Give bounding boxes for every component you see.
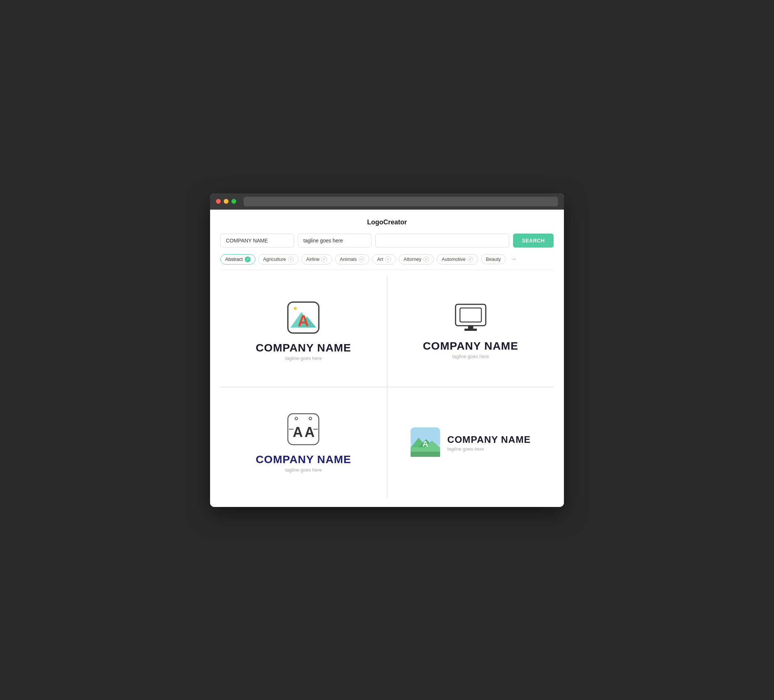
- logo1-tagline: tagline goes here: [285, 355, 322, 361]
- animals-label: Animals: [340, 256, 357, 262]
- agriculture-check-icon: ✓: [288, 256, 294, 262]
- logo2-tagline: tagline goes here: [452, 354, 489, 359]
- logo3-company-name: COMPANY NAME: [256, 453, 351, 466]
- close-button[interactable]: [216, 199, 221, 204]
- automotive-label: Automotive: [442, 256, 465, 262]
- svg-text:A: A: [293, 424, 303, 440]
- app-content: LogoCreator SEARCH Abstract ✓ Agricultur…: [210, 210, 564, 507]
- beauty-label: Beauty: [486, 256, 501, 262]
- abstract-check-icon: ✓: [245, 256, 251, 262]
- category-agriculture[interactable]: Agriculture ✓: [258, 254, 299, 264]
- browser-titlebar: [210, 193, 564, 210]
- logo3-tagline: tagline goes here: [285, 467, 322, 473]
- logo-card-4[interactable]: A COMPANY NAME tagline goes here: [388, 388, 554, 498]
- svg-text:A: A: [305, 424, 315, 440]
- svg-text:A: A: [422, 439, 428, 448]
- agriculture-label: Agriculture: [263, 256, 286, 262]
- logo-card-1[interactable]: A COMPANY NAME tagline goes here: [220, 276, 387, 386]
- maximize-button[interactable]: [232, 199, 236, 204]
- category-beauty[interactable]: Beauty: [481, 254, 505, 264]
- attorney-label: Attorney: [404, 256, 421, 262]
- logo-card-3[interactable]: A A COMPANY NAME tagline goes here: [220, 388, 387, 498]
- tagline-input[interactable]: [298, 234, 372, 248]
- search-button[interactable]: SEARCH: [513, 234, 554, 248]
- category-airline[interactable]: Airline ✓: [301, 254, 332, 264]
- svg-point-1: [294, 307, 297, 310]
- art-label: Art: [377, 256, 383, 262]
- abstract-label: Abstract: [225, 256, 243, 262]
- logo-icon-2: [454, 303, 487, 334]
- category-filter: Abstract ✓ Agriculture ✓ Airline ✓ Anima…: [220, 254, 554, 270]
- logo2-company-name: COMPANY NAME: [423, 340, 518, 352]
- browser-window: LogoCreator SEARCH Abstract ✓ Agricultur…: [210, 193, 564, 507]
- logo1-company-name: COMPANY NAME: [256, 342, 351, 354]
- svg-text:A: A: [298, 312, 309, 329]
- industry-input[interactable]: [375, 234, 509, 248]
- logo4-company-name: COMPANY NAME: [447, 434, 531, 446]
- categories-next-arrow[interactable]: →: [510, 255, 517, 263]
- art-check-icon: ✓: [385, 256, 391, 262]
- airline-check-icon: ✓: [321, 256, 327, 262]
- category-attorney[interactable]: Attorney ✓: [399, 254, 434, 264]
- logo4-tagline: tagline goes here: [447, 446, 531, 452]
- logo-grid: A COMPANY NAME tagline goes here: [220, 276, 554, 498]
- category-art[interactable]: Art ✓: [372, 254, 396, 264]
- logo-icon-4: A: [410, 428, 440, 458]
- address-bar[interactable]: [244, 197, 558, 206]
- app-title: LogoCreator: [220, 218, 554, 226]
- svg-rect-23: [410, 452, 440, 457]
- automotive-check-icon: ✓: [467, 256, 473, 262]
- attorney-check-icon: ✓: [423, 256, 429, 262]
- company-name-input[interactable]: [220, 234, 294, 248]
- category-animals[interactable]: Animals ✓: [335, 254, 369, 264]
- logo-icon-3: A A: [287, 413, 320, 447]
- airline-label: Airline: [306, 256, 319, 262]
- minimize-button[interactable]: [224, 199, 228, 204]
- logo-card-2[interactable]: COMPANY NAME tagline goes here: [388, 276, 554, 386]
- logo4-text-group: COMPANY NAME tagline goes here: [447, 434, 531, 452]
- animals-check-icon: ✓: [359, 256, 364, 262]
- search-bar: SEARCH: [220, 234, 554, 248]
- category-abstract[interactable]: Abstract ✓: [220, 254, 255, 264]
- svg-rect-9: [465, 329, 477, 331]
- category-automotive[interactable]: Automotive ✓: [437, 254, 478, 264]
- logo-icon-1: A: [287, 301, 320, 336]
